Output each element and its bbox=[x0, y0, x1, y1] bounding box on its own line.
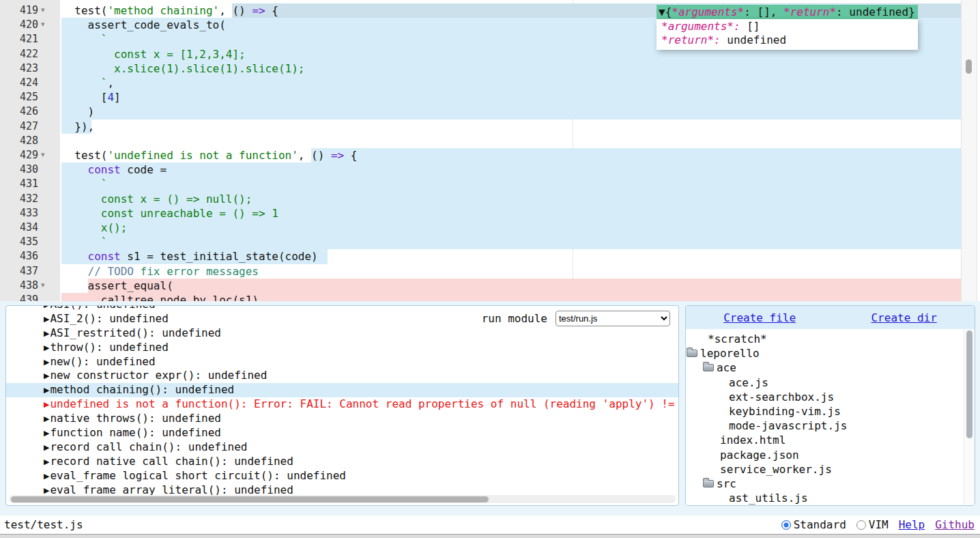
expand-triangle-icon[interactable]: ▶ bbox=[44, 486, 49, 495]
create-dir-link[interactable]: Create dir bbox=[871, 311, 936, 324]
code-line-432[interactable]: 432 const x = () => null(); bbox=[0, 192, 961, 207]
tree-item-keybinding-vim-js[interactable]: keybinding-vim.js bbox=[729, 404, 975, 419]
output-horizontal-scrollbar-track[interactable] bbox=[9, 495, 676, 503]
test-result-text: new(): undefined bbox=[50, 355, 155, 368]
tooltip-expander-header[interactable]: ▼{*arguments*: [], *return*: undefined} bbox=[657, 5, 918, 19]
expand-triangle-icon[interactable]: ▶ bbox=[44, 400, 49, 409]
code-text: assert_equal( bbox=[61, 279, 173, 293]
test-result-text: undefined is not a function(): Error: FA… bbox=[50, 397, 674, 410]
code-line-437[interactable]: 437 // TODO fix error messages bbox=[0, 264, 961, 279]
test-result-row[interactable]: ▶record native call chain(): undefined bbox=[6, 455, 678, 469]
test-result-row[interactable]: ▶eval_frame logical short circuit(): und… bbox=[6, 469, 678, 483]
code-text: }), bbox=[61, 119, 94, 134]
tree-item-package-json[interactable]: package.json bbox=[720, 448, 975, 462]
tree-item-ace-js[interactable]: ace.js bbox=[729, 376, 975, 390]
value-inspector-tooltip: ▼{*arguments*: [], *return*: undefined} … bbox=[657, 5, 918, 50]
tree-item-index-html[interactable]: index.html bbox=[720, 433, 975, 447]
tree-item-ace[interactable]: ace bbox=[703, 360, 975, 375]
tree-item-leporello[interactable]: leporello bbox=[687, 346, 975, 360]
code-line-438[interactable]: 438▾ assert_equal( bbox=[0, 279, 961, 294]
tree-scrollbar-thumb[interactable] bbox=[966, 330, 972, 438]
mode-label: VIM bbox=[869, 518, 889, 531]
line-number: 426 bbox=[0, 104, 38, 119]
code-text: x(); bbox=[61, 221, 127, 235]
code-line-434[interactable]: 434 x(); bbox=[0, 221, 961, 236]
line-number: 421 bbox=[0, 32, 38, 46]
code-editor[interactable]: 419▾ test('method chaining', () => {420▾… bbox=[0, 0, 980, 301]
test-result-row[interactable]: ▶method chaining(): undefined bbox=[6, 383, 678, 397]
fold-widget-icon[interactable]: ▾ bbox=[41, 17, 45, 31]
code-line-431[interactable]: 431 ` bbox=[0, 177, 961, 192]
github-link[interactable]: Github bbox=[935, 518, 975, 531]
code-line-429[interactable]: 429▾ test('undefined is not a function',… bbox=[0, 148, 961, 163]
file-tree-panel: Create file Create dir *scratch*leporell… bbox=[685, 305, 975, 506]
expand-triangle-icon[interactable]: ▶ bbox=[44, 343, 49, 352]
tree-item-ext-searchbox-js[interactable]: ext-searchbox.js bbox=[729, 390, 975, 404]
help-link[interactable]: Help bbox=[899, 518, 925, 531]
code-line-424[interactable]: 424 `, bbox=[0, 76, 961, 91]
expand-triangle-icon[interactable]: ▶ bbox=[44, 329, 49, 338]
radio-button-icon[interactable] bbox=[781, 520, 791, 530]
editor-scrollbar-track[interactable] bbox=[961, 0, 977, 301]
tooltip-entry[interactable]: *return*: undefined bbox=[661, 33, 911, 47]
radio-button-icon[interactable] bbox=[856, 520, 866, 530]
fold-widget-icon[interactable]: ▾ bbox=[41, 278, 45, 292]
expand-triangle-icon[interactable]: ▶ bbox=[44, 457, 49, 466]
tree-item-label: src bbox=[717, 477, 736, 491]
test-result-row[interactable]: ▶record call chain(): undefined bbox=[6, 440, 678, 455]
code-line-428[interactable]: 428 bbox=[0, 134, 961, 149]
fold-widget-icon[interactable]: ▾ bbox=[41, 147, 45, 162]
tree-item-label: *scratch* bbox=[708, 332, 767, 346]
code-line-426[interactable]: 426 ) bbox=[0, 104, 961, 119]
expand-triangle-icon[interactable]: ▶ bbox=[44, 305, 49, 309]
expand-triangle-icon[interactable]: ▶ bbox=[44, 315, 49, 324]
expand-triangle-icon[interactable]: ▶ bbox=[44, 429, 49, 438]
test-result-row[interactable]: ▶native throws(): undefined bbox=[6, 412, 678, 426]
keybinding-mode-standard[interactable]: Standard bbox=[781, 518, 846, 531]
expand-triangle-icon[interactable]: ▶ bbox=[44, 443, 49, 452]
test-result-row[interactable]: ▶ASI_restrited(): undefined bbox=[6, 326, 678, 341]
expand-triangle-icon[interactable]: ▶ bbox=[44, 472, 49, 481]
tree-item-label: ace bbox=[717, 360, 736, 375]
evaluation-highlight bbox=[61, 90, 961, 104]
expand-triangle-icon[interactable]: ▶ bbox=[44, 371, 49, 380]
create-file-link[interactable]: Create file bbox=[723, 311, 796, 324]
editor-scrollbar-thumb[interactable] bbox=[966, 59, 972, 74]
tooltip-entry[interactable]: *arguments*: [] bbox=[661, 20, 911, 33]
expand-triangle-icon[interactable]: ▶ bbox=[44, 358, 49, 367]
code-line-430[interactable]: 430 const code = bbox=[0, 162, 961, 178]
keybinding-mode-vim[interactable]: VIM bbox=[856, 518, 889, 531]
fold-widget-icon[interactable]: ▾ bbox=[41, 3, 45, 17]
test-result-row[interactable]: ▶new(): undefined bbox=[6, 355, 678, 369]
tree-scrollbar-track[interactable] bbox=[964, 329, 975, 505]
code-line-423[interactable]: 423 x.slice(1).slice(1).slice(1); bbox=[0, 61, 961, 76]
code-line-435[interactable]: 435 ` bbox=[0, 235, 961, 250]
code-text: x.slice(1).slice(1).slice(1); bbox=[61, 61, 304, 76]
tree-item-mode-javascript-js[interactable]: mode-javascript.js bbox=[729, 419, 975, 433]
line-number: 422 bbox=[0, 47, 38, 61]
expand-triangle-icon[interactable]: ▶ bbox=[44, 386, 49, 395]
code-line-433[interactable]: 433 const unreachable = () => 1 bbox=[0, 206, 961, 221]
tree-item--scratch-[interactable]: *scratch* bbox=[708, 332, 975, 346]
test-result-row[interactable]: ▶undefined is not a function(): Error: F… bbox=[6, 397, 678, 412]
code-line-427[interactable]: 427 }), bbox=[0, 119, 961, 134]
code-line-436[interactable]: 436 const s1 = test_initial_state(code) bbox=[0, 249, 961, 264]
tree-item-service-worker-js[interactable]: service_worker.js bbox=[720, 462, 975, 477]
tooltip-body: *arguments*: []*return*: undefined bbox=[657, 19, 918, 50]
test-result-row[interactable]: ▶function name(): undefined bbox=[6, 426, 678, 440]
line-number: 429 bbox=[0, 148, 38, 162]
test-result-text: throw(): undefined bbox=[50, 341, 168, 354]
tree-item-src[interactable]: src bbox=[703, 477, 975, 491]
tree-item-ast-utils-js[interactable]: ast_utils.js bbox=[729, 491, 975, 505]
test-result-row[interactable]: ▶throw(): undefined bbox=[6, 341, 678, 355]
test-result-row[interactable]: ▶new constructor expr(): undefined bbox=[6, 369, 678, 383]
line-number: 431 bbox=[0, 177, 38, 191]
code-line-425[interactable]: 425 [4] bbox=[0, 90, 961, 105]
test-result-text: native throws(): undefined bbox=[50, 412, 220, 425]
code-line-439[interactable]: 439 calltree_node_by_loc(s1) bbox=[0, 293, 961, 301]
run-module-select[interactable]: test/run.js bbox=[556, 311, 670, 326]
expand-triangle-icon[interactable]: ▶ bbox=[44, 414, 49, 423]
output-horizontal-scrollbar-thumb[interactable] bbox=[11, 496, 489, 502]
code-text: assert_code_evals_to( bbox=[61, 18, 226, 32]
tree-item-label: service_worker.js bbox=[720, 462, 832, 477]
